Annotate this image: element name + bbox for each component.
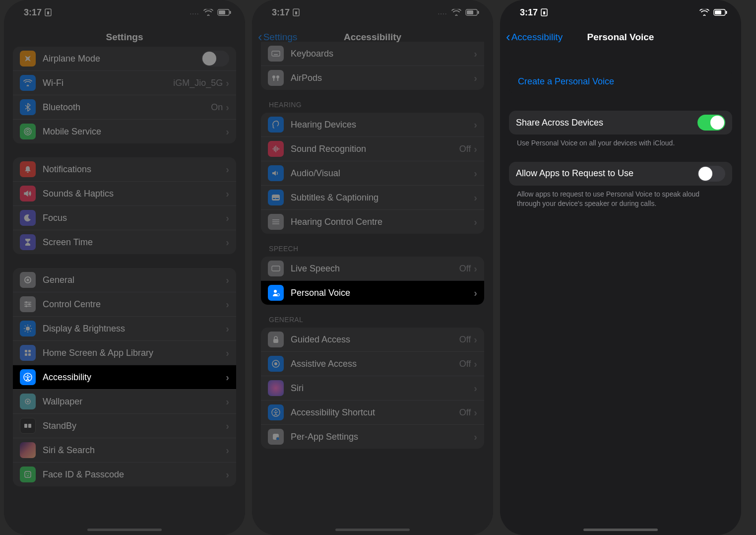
row-label: Bluetooth [43, 102, 211, 113]
row-accessibility-shortcut[interactable]: Accessibility Shortcut Off › [261, 400, 484, 424]
keyboard-icon [268, 46, 284, 62]
row-subtitles-captioning[interactable]: Subtitles & Captioning › [261, 185, 484, 209]
row-sound-recognition[interactable]: Sound Recognition Off › [261, 136, 484, 161]
row-per-app-settings[interactable]: Per-App Settings › [261, 424, 484, 449]
row-wallpaper[interactable]: Wallpaper › [13, 389, 236, 413]
row-siri[interactable]: Siri › [261, 376, 484, 400]
row-display-brightness[interactable]: Display & Brightness › [13, 316, 236, 340]
screenshot-settings: 3:17 .... Settings Airplane Mode [4, 0, 245, 535]
row-share-across-devices[interactable]: Share Across Devices [509, 111, 732, 134]
svg-rect-29 [478, 11, 479, 14]
chevron-right-icon: › [474, 216, 477, 228]
cell-dots: .... [190, 10, 199, 15]
svg-rect-1 [47, 11, 49, 14]
row-airpods[interactable]: AirPods › [261, 66, 484, 90]
row-home-screen[interactable]: Home Screen & App Library › [13, 340, 236, 365]
svg-rect-36 [272, 195, 280, 201]
row-label: Control Centre [43, 299, 226, 310]
row-value: iGM_Jio_5G [173, 78, 223, 88]
assistive-icon [268, 356, 284, 372]
nav-title: Accessibility [344, 32, 401, 43]
home-indicator[interactable] [583, 529, 658, 531]
chevron-right-icon: › [474, 168, 477, 179]
row-siri-search[interactable]: Siri & Search › [13, 438, 236, 462]
row-personal-voice[interactable]: Personal Voice › [261, 280, 484, 305]
row-wifi[interactable]: Wi-Fi iGM_Jio_5G › [13, 70, 236, 95]
siri-mini-icon [268, 380, 284, 396]
group-speech: Live Speech Off › Personal Voice › [261, 257, 484, 305]
chevron-right-icon: › [226, 372, 229, 383]
row-general[interactable]: General › [13, 268, 236, 292]
row-value: Off [459, 144, 471, 154]
siri-icon [20, 442, 36, 458]
row-label: Keyboards [291, 49, 474, 59]
row-label: Personal Voice [291, 288, 474, 298]
status-bar: 3:17 .... [252, 0, 493, 25]
svg-rect-37 [273, 198, 275, 199]
live-speech-icon [268, 261, 284, 276]
wifi-icon [699, 9, 709, 16]
row-label: Notifications [43, 164, 226, 175]
svg-rect-22 [25, 471, 31, 477]
lock-icon [268, 332, 284, 347]
row-notifications[interactable]: Notifications › [13, 157, 236, 181]
row-faceid-passcode[interactable]: Face ID & Passcode › [13, 462, 236, 486]
row-assistive-access[interactable]: Assistive Access Off › [261, 351, 484, 376]
row-label: Siri [291, 383, 474, 394]
row-label: Per-App Settings [291, 432, 474, 442]
chevron-right-icon: › [474, 431, 477, 443]
chevron-right-icon: › [226, 469, 229, 480]
chevron-right-icon: › [226, 188, 229, 200]
create-personal-voice-button[interactable]: Create a Personal Voice [509, 69, 732, 94]
chevron-right-icon: › [226, 237, 229, 248]
chevron-right-icon: › [226, 212, 229, 224]
share-toggle[interactable] [697, 115, 725, 131]
chevron-right-icon: › [474, 263, 477, 274]
row-label: Share Across Devices [516, 118, 697, 128]
back-button[interactable]: ‹ Accessibility [506, 32, 563, 43]
row-guided-access[interactable]: Guided Access Off › [261, 328, 484, 351]
row-control-centre[interactable]: Control Centre › [13, 292, 236, 316]
group-allow: Allow Apps to Request to Use [509, 162, 732, 186]
chevron-right-icon: › [226, 445, 229, 456]
row-accessibility[interactable]: Accessibility › [13, 365, 236, 389]
battery-icon [713, 9, 727, 16]
airplane-toggle[interactable] [201, 51, 229, 67]
row-sounds-haptics[interactable]: Sounds & Haptics › [13, 181, 236, 205]
row-hearing-devices[interactable]: Hearing Devices › [261, 113, 484, 136]
row-label: Assistive Access [291, 359, 459, 369]
battery-icon [465, 9, 479, 16]
row-audio-visual[interactable]: Audio/Visual › [261, 161, 484, 185]
group-general: Guided Access Off › Assistive Access Off… [261, 328, 484, 449]
moon-icon [20, 210, 36, 226]
row-mobile-service[interactable]: Mobile Service › [13, 119, 236, 143]
svg-point-24 [28, 473, 29, 474]
settings-group-network: Airplane Mode Wi-Fi iGM_Jio_5G › Bluetoo… [13, 47, 236, 143]
row-live-speech[interactable]: Live Speech Off › [261, 257, 484, 280]
sim-icon [45, 8, 52, 16]
row-focus[interactable]: Focus › [13, 205, 236, 230]
row-label: Sounds & Haptics [43, 189, 226, 199]
row-airplane-mode[interactable]: Airplane Mode [13, 47, 236, 70]
row-hearing-control-centre[interactable]: Hearing Control Centre › [261, 209, 484, 234]
row-label: Face ID & Passcode [43, 469, 226, 480]
row-standby[interactable]: StandBy › [13, 413, 236, 438]
hourglass-icon [20, 234, 36, 250]
home-indicator[interactable] [335, 529, 410, 531]
brightness-icon [20, 321, 36, 336]
chevron-right-icon: › [474, 119, 477, 131]
row-screen-time[interactable]: Screen Time › [13, 230, 236, 254]
row-bluetooth[interactable]: Bluetooth On › [13, 95, 236, 119]
row-keyboards[interactable]: Keyboards › [261, 42, 484, 66]
svg-rect-15 [28, 353, 31, 356]
ear-icon [268, 117, 284, 133]
svg-rect-26 [295, 11, 297, 14]
back-button[interactable]: ‹ Settings [258, 32, 297, 43]
row-label: StandBy [43, 421, 226, 431]
row-allow-apps[interactable]: Allow Apps to Request to Use [509, 162, 732, 186]
per-app-icon [268, 429, 284, 445]
row-label: Mobile Service [43, 127, 226, 137]
allow-toggle[interactable] [697, 166, 725, 182]
airplane-icon [20, 51, 36, 67]
home-indicator[interactable] [87, 529, 162, 531]
